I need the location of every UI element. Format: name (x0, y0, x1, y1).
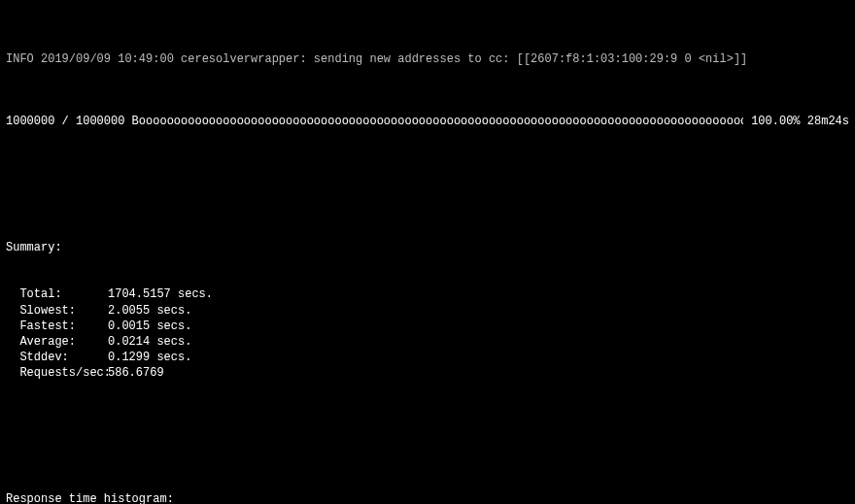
summary-value: 1704.5157 secs. (108, 286, 213, 302)
summary-row: Average:0.0214 secs. (0, 334, 855, 350)
summary-label: Stddev: (6, 350, 108, 365)
summary-label: Requests/sec: (6, 365, 108, 381)
terminal-output: INFO 2019/09/09 10:49:00 ceresolverwrapp… (0, 4, 855, 504)
summary-value: 0.1299 secs. (108, 350, 191, 365)
summary-row: Fastest:0.0015 secs. (0, 319, 855, 334)
histogram-heading: Response time histogram: (0, 491, 855, 504)
summary-label: Fastest: (6, 319, 108, 334)
summary-label: Slowest: (6, 303, 108, 319)
summary-value: 0.0214 secs. (108, 334, 191, 350)
summary-heading: Summary: (0, 240, 855, 255)
summary-value: 0.0015 secs. (108, 319, 191, 334)
summary-value: 586.6769 (108, 365, 164, 381)
summary-row: Stddev:0.1299 secs. (0, 350, 855, 365)
summary-label: Total: (6, 286, 108, 302)
truncated-log-line: INFO 2019/09/09 10:49:00 ceresolverwrapp… (0, 51, 855, 67)
progress-meta: 100.00% 28m24s (743, 114, 849, 129)
summary-row: Total:1704.5157 secs. (0, 286, 855, 302)
progress-elapsed: 28m24s (807, 115, 849, 128)
progress-bar: 1000000 / 1000000 Booooooooooooooooooooo… (6, 114, 743, 129)
summary-row: Slowest:2.0055 secs. (0, 303, 855, 319)
progress-line: 1000000 / 1000000 Booooooooooooooooooooo… (0, 114, 855, 129)
summary-value: 2.0055 secs. (108, 303, 191, 319)
summary-row: Requests/sec:586.6769 (0, 365, 855, 381)
progress-percent: 100.00% (751, 115, 800, 128)
summary-label: Average: (6, 334, 108, 350)
